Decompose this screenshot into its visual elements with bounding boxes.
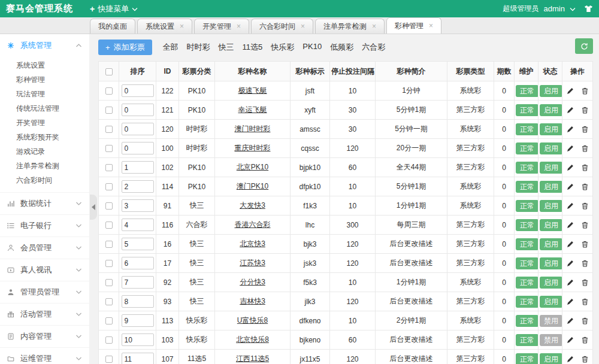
delete-icon[interactable]	[582, 279, 588, 286]
maintain-badge[interactable]: 正常	[516, 219, 539, 231]
sidebar-item-彩种管理[interactable]: 彩种管理	[0, 72, 89, 87]
edit-icon[interactable]	[567, 356, 574, 363]
row-checkbox[interactable]	[105, 336, 113, 344]
sidebar-item-游戏记录[interactable]: 游戏记录	[0, 144, 89, 159]
edit-icon[interactable]	[567, 126, 574, 133]
row-checkbox[interactable]	[105, 260, 113, 267]
filter-快乐彩[interactable]: 快乐彩	[271, 42, 294, 53]
user-menu[interactable]: 超级管理员 admin	[503, 4, 576, 14]
delete-icon[interactable]	[582, 145, 588, 152]
close-icon[interactable]: ×	[429, 22, 433, 29]
row-checkbox[interactable]	[105, 356, 113, 363]
sidebar-item-传统玩法管理[interactable]: 传统玩法管理	[0, 101, 89, 116]
lottery-name-link[interactable]: 幸运飞艇	[238, 105, 267, 114]
sidebar-item-开奖管理[interactable]: 开奖管理	[0, 116, 89, 130]
status-badge[interactable]: 启用	[540, 181, 562, 193]
sort-input[interactable]	[122, 161, 154, 174]
lottery-name-link[interactable]: U富快乐8	[237, 316, 268, 324]
filter-全部[interactable]: 全部	[163, 42, 179, 53]
sidebar-section-会员管理[interactable]: 会员管理	[0, 236, 89, 259]
theme-shirt-icon[interactable]	[584, 5, 593, 13]
maintain-badge[interactable]: 正常	[516, 257, 539, 269]
tab-六合彩时间[interactable]: 六合彩时间 ×	[251, 19, 313, 34]
status-badge[interactable]: 启用	[540, 123, 562, 135]
sort-input[interactable]	[122, 333, 154, 346]
maintain-badge[interactable]: 正常	[516, 181, 539, 193]
status-badge[interactable]: 启用	[540, 85, 562, 97]
filter-PK10[interactable]: PK10	[302, 42, 322, 53]
row-checkbox[interactable]	[105, 222, 113, 229]
row-checkbox[interactable]	[105, 126, 113, 133]
delete-icon[interactable]	[582, 222, 588, 229]
row-checkbox[interactable]	[105, 164, 113, 171]
delete-icon[interactable]	[582, 87, 588, 95]
row-checkbox[interactable]	[105, 145, 113, 152]
row-checkbox[interactable]	[105, 107, 113, 114]
status-badge[interactable]: 启用	[540, 238, 562, 250]
sort-input[interactable]	[122, 199, 154, 212]
sort-input[interactable]	[122, 180, 154, 193]
sort-input[interactable]	[122, 295, 154, 308]
status-badge[interactable]: 启用	[540, 200, 562, 212]
close-icon[interactable]: ×	[237, 23, 241, 30]
status-badge[interactable]: 启用	[540, 162, 562, 174]
tab-注单异常检测[interactable]: 注单异常检测 ×	[315, 19, 385, 34]
delete-icon[interactable]	[582, 126, 588, 133]
edit-icon[interactable]	[567, 241, 574, 248]
sidebar-item-系统设置[interactable]: 系统设置	[0, 58, 89, 72]
close-icon[interactable]: ×	[372, 23, 376, 30]
row-checkbox[interactable]	[105, 87, 113, 95]
maintain-badge[interactable]: 正常	[516, 200, 539, 212]
delete-icon[interactable]	[582, 164, 588, 171]
sidebar-item-六合彩时间[interactable]: 六合彩时间	[0, 173, 89, 187]
lottery-name-link[interactable]: 北京快乐8	[236, 335, 269, 344]
edit-icon[interactable]	[567, 298, 574, 305]
edit-icon[interactable]	[567, 279, 574, 286]
maintain-badge[interactable]: 正常	[516, 315, 539, 327]
filter-11选5[interactable]: 11选5	[243, 42, 263, 53]
lottery-name-link[interactable]: 重庆时时彩	[235, 144, 271, 152]
delete-icon[interactable]	[582, 183, 588, 190]
maintain-badge[interactable]: 正常	[516, 85, 539, 97]
delete-icon[interactable]	[582, 107, 588, 114]
select-all-checkbox[interactable]	[105, 68, 113, 75]
row-checkbox[interactable]	[105, 183, 113, 190]
sort-input[interactable]	[122, 123, 154, 135]
maintain-badge[interactable]: 正常	[516, 238, 539, 250]
lottery-name-link[interactable]: 北京PK10	[237, 163, 268, 171]
sort-input[interactable]	[122, 257, 154, 269]
delete-icon[interactable]	[582, 260, 588, 267]
sidebar-section-电子银行[interactable]: 电子银行	[0, 214, 89, 236]
status-badge[interactable]: 启用	[540, 104, 562, 116]
maintain-badge[interactable]: 正常	[516, 123, 539, 135]
tab-彩种管理[interactable]: 彩种管理 ×	[386, 17, 441, 34]
maintain-badge[interactable]: 正常	[516, 353, 539, 364]
delete-icon[interactable]	[582, 356, 588, 363]
edit-icon[interactable]	[567, 317, 574, 324]
lottery-name-link[interactable]: 澳门时时彩	[235, 125, 271, 133]
maintain-badge[interactable]: 正常	[516, 296, 539, 308]
status-badge[interactable]: 启用	[540, 257, 562, 269]
delete-icon[interactable]	[582, 241, 588, 248]
status-badge[interactable]: 启用	[540, 142, 562, 154]
edit-icon[interactable]	[567, 336, 574, 344]
edit-icon[interactable]	[567, 87, 574, 95]
sidebar-item-注单异常检测[interactable]: 注单异常检测	[0, 159, 89, 173]
sidebar-section-活动管理[interactable]: 活动管理	[0, 303, 89, 325]
add-lottery-button[interactable]: + 添加彩票	[98, 40, 152, 55]
lottery-name-link[interactable]: 澳门PK10	[237, 182, 268, 190]
sort-input[interactable]	[122, 84, 154, 97]
lottery-name-link[interactable]: 大发快3	[240, 201, 265, 210]
lottery-name-link[interactable]: 江苏快3	[240, 259, 265, 267]
filter-六合彩[interactable]: 六合彩	[362, 42, 385, 53]
status-badge[interactable]: 禁用	[540, 334, 562, 346]
sort-input[interactable]	[122, 276, 154, 289]
edit-icon[interactable]	[567, 164, 574, 171]
sidebar-section-运维管理[interactable]: 运维管理	[0, 347, 89, 364]
lottery-name-link[interactable]: 香港六合彩	[235, 220, 271, 229]
close-icon[interactable]: ×	[180, 23, 184, 30]
sidebar-section-数据统计[interactable]: 数据统计	[0, 192, 89, 214]
sidebar-section-内容管理[interactable]: 内容管理	[0, 325, 89, 347]
status-badge[interactable]: 启用	[540, 277, 562, 289]
sidebar-item-系统彩预开奖[interactable]: 系统彩预开奖	[0, 130, 89, 144]
